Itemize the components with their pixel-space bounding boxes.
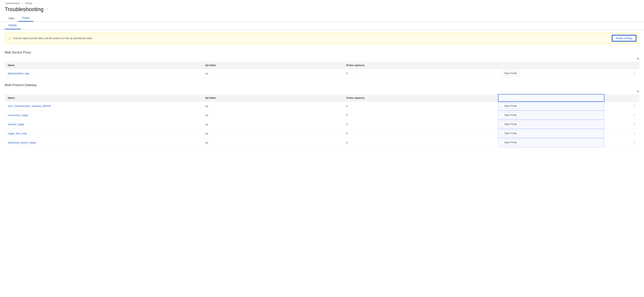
mpgw-col-opstate: Op-State (202, 95, 343, 102)
sub-tabs: Details (0, 22, 644, 30)
page-title-row: Troubleshooting ☆ (0, 6, 644, 15)
wsp-row-opstate: up (202, 69, 343, 78)
wsp-col-probe: Probe captures (343, 62, 498, 69)
mpgw-refresh-button[interactable]: ↻ (637, 90, 639, 93)
alert-bar: ⚠ Cannot capture probe data until the pr… (5, 33, 639, 44)
wsp-more-icon[interactable]: ⋮ (632, 71, 636, 75)
mpgw-open-probe-button[interactable]: Open Probe (502, 103, 520, 108)
tab-main[interactable]: Main (5, 15, 18, 22)
favorite-icon[interactable]: ☆ (46, 7, 48, 12)
mpgw-row-probe-captures: 0 (343, 120, 498, 129)
mpgw-row-opstate: up (202, 129, 343, 138)
mpgw-more-icon[interactable]: ⋮ (632, 104, 636, 108)
mpgw-open-probe-button[interactable]: Open Probe (502, 140, 520, 145)
modify-settings-highlight: Modify settings (612, 35, 636, 41)
mpgw-open-probe-button[interactable]: Open Probe (502, 122, 520, 127)
top-tabs: Main Probe (0, 15, 644, 22)
wsp-toolbar: ↻ (5, 56, 639, 62)
mpgw-open-probe-button[interactable]: Open Probe (502, 113, 520, 118)
mpgw-row-name-link[interactable]: connectmq_mpgw (8, 114, 28, 117)
mpgw-col-name: Name (5, 95, 202, 102)
wsp-col-opstate: Op-State (202, 62, 343, 69)
mpgw-table-row: mpgw_test_smtp up 0 Open Probe ⋮ (5, 129, 639, 138)
mpgw-table-container: ↻ Name Op-State Probe captures AAA_Authe… (5, 88, 639, 147)
mpgw-table: Name Op-State Probe captures AAA_Authent… (5, 95, 639, 147)
mpgw-row-name-link[interactable]: mpgw_test_smtp (8, 132, 27, 135)
mpgw-col-probe: Probe captures (343, 95, 498, 102)
breadcrumb-admin: Administration (6, 2, 20, 5)
wsp-row-name-link[interactable]: globalweather_wsp (8, 72, 29, 75)
mpgw-row-opstate: up (202, 111, 343, 120)
wsp-refresh-button[interactable]: ↻ (637, 57, 639, 61)
mpgw-more-icon[interactable]: ⋮ (632, 113, 636, 117)
modify-settings-button[interactable]: Modify settings (612, 35, 636, 41)
wsp-col-more (604, 62, 639, 69)
wsp-open-probe-button[interactable]: Open Probe (502, 71, 520, 76)
mpgw-row-opstate: up (202, 138, 343, 147)
mpgw-row-probe-captures: 0 (343, 138, 498, 147)
mpgw-row-name-link[interactable]: AAA_Authentication_Variation_MPGW (8, 105, 51, 108)
tab-probe[interactable]: Probe (18, 15, 33, 22)
mpgw-col-action (498, 95, 604, 102)
mpgw-open-probe-button[interactable]: Open Probe (502, 131, 520, 136)
wsp-row-probe-captures: 0 (343, 69, 498, 78)
mpgw-table-row: dummy_mpgw up 0 Open Probe ⋮ (5, 120, 639, 129)
mpgw-more-icon[interactable]: ⋮ (632, 140, 636, 145)
alert-text: Cannot capture probe data until the prob… (13, 37, 610, 40)
wsp-table: Name Op-State Probe captures globalweath… (5, 62, 639, 78)
page-title: Troubleshooting (5, 6, 44, 13)
mpgw-toolbar: ↻ (5, 88, 639, 95)
mpgw-section: Multi-Protocol Gateway ↻ Name Op-State P… (0, 80, 644, 147)
breadcrumb-debug: Debug (25, 2, 32, 5)
wsp-section-title: Web Service Proxy (0, 47, 644, 56)
mpgw-more-icon[interactable]: ⋮ (632, 122, 636, 126)
mpgw-row-probe-captures: 0 (343, 102, 498, 111)
mpgw-more-icon[interactable]: ⋮ (632, 131, 636, 135)
wsp-col-name: Name (5, 62, 202, 69)
mpgw-table-row: AAA_Authentication_Variation_MPGW up 0 O… (5, 102, 639, 111)
mpgw-section-title: Multi-Protocol Gateway (0, 80, 644, 88)
mpgw-table-row: connectmq_mpgw up 0 Open Probe ⋮ (5, 111, 639, 120)
warning-icon: ⚠ (8, 36, 11, 41)
mpgw-row-name-link[interactable]: stylesheet_param_mpgw (8, 141, 36, 144)
wsp-table-row: globalweather_wsp up 0 Open Probe ⋮ (5, 69, 639, 78)
mpgw-row-opstate: up (202, 102, 343, 111)
mpgw-row-probe-captures: 0 (343, 111, 498, 120)
mpgw-table-row: stylesheet_param_mpgw up 0 Open Probe ⋮ (5, 138, 639, 147)
mpgw-row-probe-captures: 0 (343, 129, 498, 138)
sub-tab-details[interactable]: Details (5, 22, 21, 29)
wsp-col-action (498, 62, 604, 69)
mpgw-row-opstate: up (202, 120, 343, 129)
wsp-table-container: ↻ Name Op-State Probe captures globalwea… (5, 56, 639, 78)
wsp-section: Web Service Proxy ↻ Name Op-State Probe … (0, 47, 644, 78)
breadcrumb: Administration / Debug (0, 0, 644, 6)
mpgw-col-more (604, 95, 639, 102)
content-area: Details ⚠ Cannot capture probe data unti… (0, 22, 644, 156)
mpgw-row-name-link[interactable]: dummy_mpgw (8, 123, 24, 126)
